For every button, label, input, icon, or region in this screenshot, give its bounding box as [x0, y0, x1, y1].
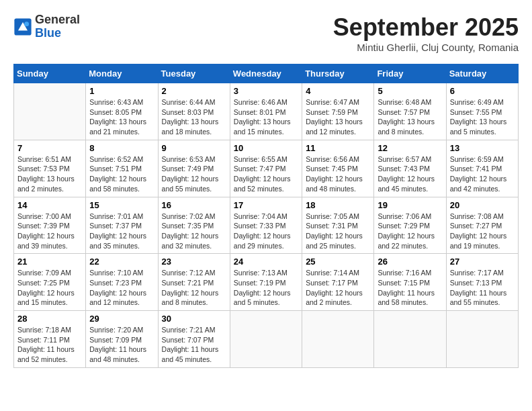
page-header: General Blue September 2025 Mintiu Gherl…	[13, 13, 519, 53]
day-detail: Sunrise: 6:57 AMSunset: 7:43 PMDaylight:…	[378, 154, 442, 194]
calendar-cell: 7Sunrise: 6:51 AMSunset: 7:53 PMDaylight…	[14, 140, 86, 197]
day-detail: Sunrise: 6:44 AMSunset: 8:03 PMDaylight:…	[162, 97, 226, 137]
weekday-header-sunday: Sunday	[14, 64, 86, 83]
day-detail: Sunrise: 7:21 AMSunset: 7:07 PMDaylight:…	[162, 325, 226, 365]
day-detail: Sunrise: 6:48 AMSunset: 7:57 PMDaylight:…	[378, 97, 442, 137]
day-number: 21	[17, 257, 82, 267]
calendar-week-row: 28Sunrise: 7:18 AMSunset: 7:11 PMDayligh…	[14, 311, 519, 368]
day-number: 15	[89, 200, 154, 210]
calendar-cell: 5Sunrise: 6:48 AMSunset: 7:57 PMDaylight…	[374, 83, 446, 140]
calendar-cell: 8Sunrise: 6:52 AMSunset: 7:51 PMDaylight…	[86, 140, 158, 197]
day-number: 9	[162, 143, 226, 153]
calendar-cell	[230, 311, 302, 368]
calendar-cell: 23Sunrise: 7:12 AMSunset: 7:21 PMDayligh…	[158, 254, 230, 311]
day-number: 10	[234, 143, 298, 153]
calendar-cell: 28Sunrise: 7:18 AMSunset: 7:11 PMDayligh…	[14, 311, 86, 368]
calendar-cell: 24Sunrise: 7:13 AMSunset: 7:19 PMDayligh…	[230, 254, 302, 311]
day-detail: Sunrise: 7:16 AMSunset: 7:15 PMDaylight:…	[378, 268, 442, 308]
calendar-cell: 18Sunrise: 7:05 AMSunset: 7:31 PMDayligh…	[302, 197, 374, 254]
calendar-cell: 27Sunrise: 7:17 AMSunset: 7:13 PMDayligh…	[446, 254, 518, 311]
calendar-table: SundayMondayTuesdayWednesdayThursdayFrid…	[13, 64, 519, 368]
weekday-header-wednesday: Wednesday	[230, 64, 302, 83]
day-detail: Sunrise: 6:52 AMSunset: 7:51 PMDaylight:…	[89, 154, 154, 194]
day-number: 3	[234, 86, 298, 96]
day-number: 23	[162, 257, 226, 267]
day-number: 22	[89, 257, 154, 267]
day-detail: Sunrise: 6:56 AMSunset: 7:45 PMDaylight:…	[306, 154, 370, 194]
day-number: 16	[162, 200, 226, 210]
day-detail: Sunrise: 7:01 AMSunset: 7:37 PMDaylight:…	[89, 212, 154, 251]
day-number: 6	[450, 86, 515, 96]
logo-general-text: General	[35, 13, 80, 27]
day-detail: Sunrise: 7:05 AMSunset: 7:31 PMDaylight:…	[306, 212, 370, 251]
day-number: 27	[450, 257, 515, 267]
day-detail: Sunrise: 6:53 AMSunset: 7:49 PMDaylight:…	[162, 154, 226, 194]
day-detail: Sunrise: 6:46 AMSunset: 8:01 PMDaylight:…	[234, 97, 298, 137]
calendar-cell: 15Sunrise: 7:01 AMSunset: 7:37 PMDayligh…	[86, 197, 158, 254]
day-detail: Sunrise: 7:06 AMSunset: 7:29 PMDaylight:…	[378, 212, 442, 251]
calendar-cell: 10Sunrise: 6:55 AMSunset: 7:47 PMDayligh…	[230, 140, 302, 197]
calendar-cell: 25Sunrise: 7:14 AMSunset: 7:17 PMDayligh…	[302, 254, 374, 311]
day-number: 1	[89, 86, 154, 96]
calendar-cell: 11Sunrise: 6:56 AMSunset: 7:45 PMDayligh…	[302, 140, 374, 197]
day-number: 17	[234, 200, 298, 210]
calendar-week-row: 21Sunrise: 7:09 AMSunset: 7:25 PMDayligh…	[14, 254, 519, 311]
day-detail: Sunrise: 7:17 AMSunset: 7:13 PMDaylight:…	[450, 268, 515, 308]
calendar-cell: 4Sunrise: 6:47 AMSunset: 7:59 PMDaylight…	[302, 83, 374, 140]
day-number: 30	[162, 314, 226, 324]
calendar-header-row: SundayMondayTuesdayWednesdayThursdayFrid…	[14, 64, 519, 83]
day-number: 12	[378, 143, 442, 153]
calendar-week-row: 14Sunrise: 7:00 AMSunset: 7:39 PMDayligh…	[14, 197, 519, 254]
calendar-cell: 9Sunrise: 6:53 AMSunset: 7:49 PMDaylight…	[158, 140, 230, 197]
day-detail: Sunrise: 7:09 AMSunset: 7:25 PMDaylight:…	[17, 268, 82, 308]
calendar-cell: 20Sunrise: 7:08 AMSunset: 7:27 PMDayligh…	[446, 197, 518, 254]
day-detail: Sunrise: 6:59 AMSunset: 7:41 PMDaylight:…	[450, 154, 515, 194]
day-number: 11	[306, 143, 370, 153]
day-detail: Sunrise: 7:10 AMSunset: 7:23 PMDaylight:…	[89, 268, 154, 308]
calendar-cell	[446, 311, 518, 368]
calendar-cell: 16Sunrise: 7:02 AMSunset: 7:35 PMDayligh…	[158, 197, 230, 254]
calendar-week-row: 7Sunrise: 6:51 AMSunset: 7:53 PMDaylight…	[14, 140, 519, 197]
weekday-header-monday: Monday	[86, 64, 158, 83]
calendar-cell	[14, 83, 86, 140]
calendar-cell: 2Sunrise: 6:44 AMSunset: 8:03 PMDaylight…	[158, 83, 230, 140]
day-number: 28	[17, 314, 82, 324]
calendar-cell: 6Sunrise: 6:49 AMSunset: 7:55 PMDaylight…	[446, 83, 518, 140]
day-detail: Sunrise: 6:51 AMSunset: 7:53 PMDaylight:…	[17, 154, 82, 194]
day-detail: Sunrise: 6:49 AMSunset: 7:55 PMDaylight:…	[450, 97, 515, 137]
day-detail: Sunrise: 7:02 AMSunset: 7:35 PMDaylight:…	[162, 212, 226, 251]
calendar-cell: 17Sunrise: 7:04 AMSunset: 7:33 PMDayligh…	[230, 197, 302, 254]
calendar-cell: 21Sunrise: 7:09 AMSunset: 7:25 PMDayligh…	[14, 254, 86, 311]
day-detail: Sunrise: 6:47 AMSunset: 7:59 PMDaylight:…	[306, 97, 370, 137]
weekday-header-tuesday: Tuesday	[158, 64, 230, 83]
day-number: 20	[450, 200, 515, 210]
day-detail: Sunrise: 7:13 AMSunset: 7:19 PMDaylight:…	[234, 268, 298, 308]
day-number: 5	[378, 86, 442, 96]
calendar-cell: 12Sunrise: 6:57 AMSunset: 7:43 PMDayligh…	[374, 140, 446, 197]
day-detail: Sunrise: 7:18 AMSunset: 7:11 PMDaylight:…	[17, 325, 82, 365]
day-number: 14	[17, 200, 82, 210]
calendar-cell	[374, 311, 446, 368]
day-detail: Sunrise: 6:43 AMSunset: 8:05 PMDaylight:…	[89, 97, 154, 137]
weekday-header-thursday: Thursday	[302, 64, 374, 83]
day-detail: Sunrise: 7:20 AMSunset: 7:09 PMDaylight:…	[89, 325, 154, 365]
day-detail: Sunrise: 6:55 AMSunset: 7:47 PMDaylight:…	[234, 154, 298, 194]
calendar-cell: 29Sunrise: 7:20 AMSunset: 7:09 PMDayligh…	[86, 311, 158, 368]
day-detail: Sunrise: 7:08 AMSunset: 7:27 PMDaylight:…	[450, 212, 515, 251]
calendar-cell	[302, 311, 374, 368]
calendar-cell: 30Sunrise: 7:21 AMSunset: 7:07 PMDayligh…	[158, 311, 230, 368]
calendar-cell: 22Sunrise: 7:10 AMSunset: 7:23 PMDayligh…	[86, 254, 158, 311]
day-number: 13	[450, 143, 515, 153]
day-number: 4	[306, 86, 370, 96]
logo-blue-text: Blue	[35, 27, 80, 40]
day-number: 2	[162, 86, 226, 96]
day-number: 19	[378, 200, 442, 210]
calendar-cell: 13Sunrise: 6:59 AMSunset: 7:41 PMDayligh…	[446, 140, 518, 197]
svg-point-2	[24, 21, 29, 26]
calendar-cell: 19Sunrise: 7:06 AMSunset: 7:29 PMDayligh…	[374, 197, 446, 254]
day-detail: Sunrise: 7:14 AMSunset: 7:17 PMDaylight:…	[306, 268, 370, 308]
location-text: Mintiu Gherlii, Cluj County, Romania	[333, 42, 519, 53]
weekday-header-saturday: Saturday	[446, 64, 518, 83]
day-number: 25	[306, 257, 370, 267]
logo: General Blue	[13, 13, 80, 40]
